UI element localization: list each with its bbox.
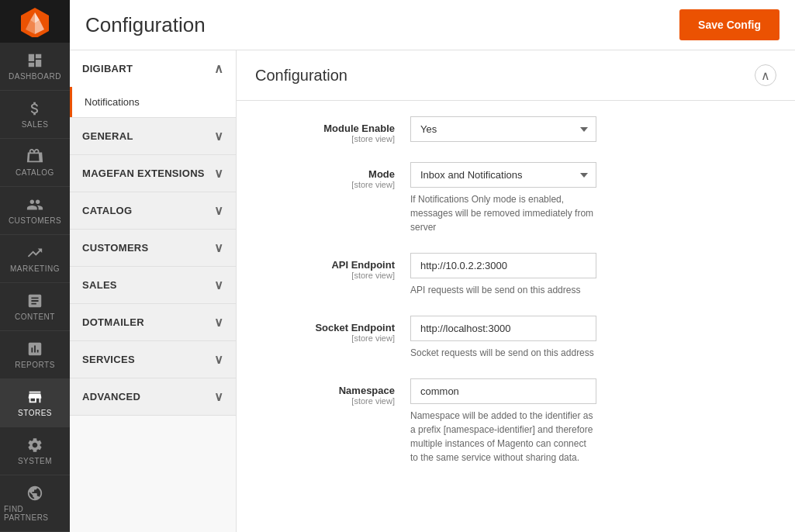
field-store-view-api-endpoint: [store view] (255, 271, 395, 280)
form-label-col-namespace: Namespace [store view] (255, 378, 410, 406)
nav-section-digibart-header[interactable]: DIGIBART ∧ (70, 50, 236, 87)
form-row-socket-endpoint: Socket Endpoint [store view] Socket requ… (255, 316, 776, 360)
sidebar-item-system-label: SYSTEM (18, 457, 52, 465)
sidebar-item-catalog[interactable]: CATALOG (0, 139, 70, 187)
system-icon (26, 437, 43, 454)
collapse-button[interactable]: ∧ (755, 64, 776, 86)
nav-section-digibart: DIGIBART ∧ Notifications (70, 50, 236, 118)
form-label-col-module-enable: Module Enable [store view] (255, 116, 410, 143)
sidebar-item-find-partners-label: FIND PARTNERS (4, 505, 66, 522)
sidebar-item-find-partners[interactable]: FIND PARTNERS (0, 475, 70, 532)
save-config-button[interactable]: Save Config (679, 9, 779, 40)
sidebar-item-content[interactable]: CONTENT (0, 283, 70, 331)
mode-select[interactable]: Inbox and Notifications Notifications On… (410, 162, 596, 188)
form-control-col-namespace: Namespace will be added to the identifie… (410, 378, 776, 465)
nav-section-magefan: MAGEFAN EXTENSIONS ∨ (70, 155, 236, 192)
nav-section-customers-header[interactable]: CUSTOMERS ∨ (70, 230, 236, 266)
nav-section-general: GENERAL ∨ (70, 118, 236, 155)
main-area: Configuration Save Config DIGIBART ∧ Not… (70, 0, 795, 532)
nav-section-dotmailer-header[interactable]: DOTMAILER ∨ (70, 304, 236, 340)
sidebar-item-dashboard[interactable]: DASHBOARD (0, 43, 70, 91)
field-store-view-socket-endpoint: [store view] (255, 333, 395, 343)
marketing-icon (26, 244, 43, 261)
nav-section-advanced-label: ADVANCED (82, 391, 140, 402)
chevron-down-icon: ∨ (214, 129, 223, 143)
logo (0, 0, 70, 43)
sidebar: DASHBOARD SALES CATALOG CUSTOMERS MARKET… (0, 0, 70, 532)
chevron-down-icon-6: ∨ (214, 315, 223, 330)
config-section-title: Configuration (255, 67, 347, 85)
nav-item-notifications-label: Notifications (85, 96, 140, 108)
nav-section-catalog-header[interactable]: CATALOG ∨ (70, 192, 236, 229)
sidebar-item-stores-label: STORES (18, 409, 52, 417)
field-store-view-mode: [store view] (255, 180, 395, 189)
chevron-down-icon-5: ∨ (214, 278, 223, 292)
config-panel: Configuration ∧ Module Enable [store vie… (237, 50, 795, 532)
sidebar-item-sales[interactable]: SALES (0, 91, 70, 139)
nav-section-magefan-label: MAGEFAN EXTENSIONS (82, 168, 205, 179)
socket-endpoint-input[interactable] (410, 316, 596, 341)
form-row-module-enable: Module Enable [store view] Yes No (255, 116, 776, 143)
sidebar-item-customers-label: CUSTOMERS (9, 216, 61, 225)
sales-icon (26, 100, 43, 117)
chevron-down-icon-7: ∨ (214, 352, 223, 367)
form-control-col-socket-endpoint: Socket requests will be send on this add… (410, 316, 776, 360)
nav-section-magefan-header[interactable]: MAGEFAN EXTENSIONS ∨ (70, 155, 236, 192)
nav-section-dotmailer-label: DOTMAILER (82, 316, 144, 328)
sidebar-item-sales-label: SALES (22, 120, 49, 129)
sidebar-item-catalog-label: CATALOG (16, 168, 54, 177)
stores-icon (26, 389, 43, 406)
field-label-module-enable: Module Enable (255, 123, 395, 134)
nav-section-catalog: CATALOG ∨ (70, 192, 236, 230)
page-title: Configuration (85, 13, 206, 37)
nav-section-services-header[interactable]: SERVICES ∨ (70, 341, 236, 378)
form-label-col-mode: Mode [store view] (255, 162, 410, 189)
form-row-api-endpoint: API Endpoint [store view] API requests w… (255, 253, 776, 297)
form-control-col-api-endpoint: API requests will be send on this addres… (410, 253, 776, 297)
api-endpoint-hint: API requests will be send on this addres… (410, 283, 596, 297)
module-enable-select[interactable]: Yes No (410, 116, 596, 142)
content-area: DIGIBART ∧ Notifications GENERAL ∨ MAGEF… (70, 50, 795, 532)
sidebar-item-reports[interactable]: REPORTS (0, 331, 70, 379)
form-control-col-module-enable: Yes No (410, 116, 776, 142)
chevron-down-icon-2: ∨ (214, 166, 223, 181)
field-store-view-module-enable: [store view] (255, 134, 395, 143)
field-label-socket-endpoint: Socket Endpoint (255, 322, 395, 333)
nav-section-services-label: SERVICES (82, 354, 135, 365)
sidebar-item-reports-label: REPORTS (15, 361, 55, 369)
sidebar-item-dashboard-label: DASHBOARD (9, 72, 61, 81)
nav-section-digibart-label: DIGIBART (82, 63, 133, 74)
nav-section-general-header[interactable]: GENERAL ∨ (70, 118, 236, 154)
field-store-view-namespace: [store view] (255, 396, 395, 406)
nav-section-sales-label: SALES (82, 279, 117, 291)
nav-section-customers: CUSTOMERS ∨ (70, 230, 236, 267)
socket-endpoint-hint: Socket requests will be send on this add… (410, 346, 596, 360)
nav-section-customers-label: CUSTOMERS (82, 242, 149, 254)
nav-item-notifications[interactable]: Notifications (70, 87, 236, 117)
sidebar-item-customers[interactable]: CUSTOMERS (0, 187, 70, 235)
config-form: Module Enable [store view] Yes No Mode (237, 101, 795, 499)
nav-section-general-label: GENERAL (82, 130, 133, 142)
nav-section-sales: SALES ∨ (70, 267, 236, 304)
form-row-mode: Mode [store view] Inbox and Notification… (255, 162, 776, 234)
nav-section-catalog-label: CATALOG (82, 205, 132, 216)
api-endpoint-input[interactable] (410, 253, 596, 278)
form-control-col-mode: Inbox and Notifications Notifications On… (410, 162, 776, 234)
nav-section-services: SERVICES ∨ (70, 341, 236, 378)
sidebar-item-content-label: CONTENT (15, 313, 55, 321)
form-label-col-api-endpoint: API Endpoint [store view] (255, 253, 410, 280)
partners-icon (26, 485, 43, 502)
nav-section-advanced-header[interactable]: ADVANCED ∨ (70, 378, 236, 415)
field-label-mode: Mode (255, 168, 395, 180)
content-icon (26, 292, 43, 309)
chevron-down-icon-8: ∨ (214, 389, 223, 404)
sidebar-item-marketing[interactable]: MARKETING (0, 235, 70, 283)
chevron-down-icon-4: ∨ (214, 240, 223, 255)
nav-section-advanced: ADVANCED ∨ (70, 378, 236, 416)
nav-section-sales-header[interactable]: SALES ∨ (70, 267, 236, 303)
sidebar-item-system[interactable]: SYSTEM (0, 427, 70, 475)
left-nav: DIGIBART ∧ Notifications GENERAL ∨ MAGEF… (70, 50, 237, 532)
sidebar-item-stores[interactable]: STORES (0, 379, 70, 427)
namespace-input[interactable] (410, 378, 596, 404)
catalog-icon (26, 148, 43, 165)
